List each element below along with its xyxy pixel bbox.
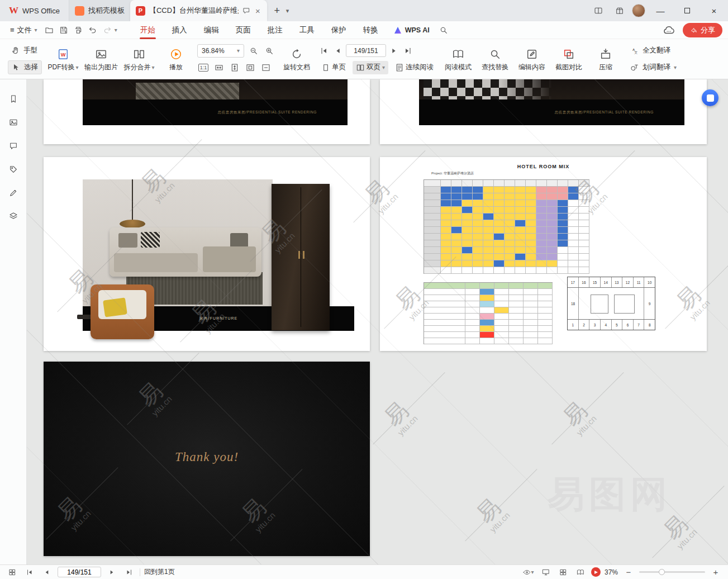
grid-cell: [538, 338, 553, 344]
first-page-button[interactable]: [23, 567, 36, 578]
tab-page[interactable]: 页面: [227, 21, 259, 39]
fit-visible-button[interactable]: [260, 61, 272, 74]
previous-page-button[interactable]: [332, 45, 344, 57]
edit-content-button[interactable]: 编辑内容: [516, 44, 548, 76]
tab-pdf-document[interactable]: P 【CCD】台州华董温岭萨维尔 ×: [130, 0, 267, 21]
next-page-button[interactable]: [105, 567, 118, 578]
grid-cell: [494, 289, 509, 295]
new-tab-button[interactable]: +: [269, 3, 285, 18]
zoom-in-button[interactable]: +: [709, 567, 722, 578]
tab-convert[interactable]: 转换: [355, 21, 387, 39]
tab-docer-template[interactable]: 找稻壳模板: [69, 0, 130, 21]
cloud-sync-icon[interactable]: [662, 23, 676, 37]
grid-cell: [515, 234, 526, 240]
bookmark-icon: [9, 94, 18, 103]
zoom-slider[interactable]: [639, 571, 705, 573]
tab-protect[interactable]: 保护: [323, 21, 355, 39]
continuous-read-button[interactable]: 连续阅读: [392, 61, 437, 74]
reading-mode-button[interactable]: 阅读模式: [442, 44, 474, 76]
undo-icon[interactable]: [85, 23, 100, 37]
page-thumbnails-button[interactable]: [6, 567, 19, 578]
grid-view-button[interactable]: [556, 567, 570, 578]
document-canvas[interactable]: 总统套房效果图/PRESIDENTIAL SUITE RENDERING 总统套…: [27, 79, 728, 564]
pdf-convert-button[interactable]: W PDF转换▾: [47, 44, 79, 76]
bookmarks-panel-button[interactable]: [5, 92, 22, 106]
grid-cell: [494, 267, 505, 274]
grid-cell: [536, 227, 547, 234]
close-window-button[interactable]: ×: [702, 0, 726, 21]
rotate-document-button[interactable]: 旋转文档: [281, 44, 312, 76]
comments-panel-button[interactable]: [5, 139, 22, 153]
assistant-icon: [707, 94, 714, 102]
zoom-slider-handle[interactable]: [659, 569, 665, 575]
minimize-button[interactable]: —: [649, 0, 672, 21]
tab-edit[interactable]: 编辑: [196, 21, 227, 39]
tab-comment[interactable]: 批注: [259, 21, 291, 39]
redo-icon[interactable]: [100, 23, 115, 37]
screenshot-compare-button[interactable]: 截图对比: [553, 44, 584, 76]
split-merge-button[interactable]: 拆分合并▾: [123, 44, 155, 76]
hand-tool-button[interactable]: 手型: [8, 44, 42, 58]
actual-size-button[interactable]: 1:1: [197, 61, 210, 74]
fit-page-button[interactable]: [244, 61, 256, 74]
layers-panel-button[interactable]: [5, 209, 22, 224]
next-page-button[interactable]: [388, 45, 400, 57]
grid-cell: [526, 240, 536, 247]
fit-height-button[interactable]: [229, 61, 241, 74]
grid-cell: [536, 247, 547, 254]
save-icon[interactable]: [56, 23, 71, 37]
tags-panel-button[interactable]: [5, 162, 22, 177]
first-page-button[interactable]: [318, 45, 330, 57]
floating-assistant-button[interactable]: [702, 89, 719, 106]
user-avatar[interactable]: [632, 4, 645, 17]
last-page-button[interactable]: [122, 567, 136, 578]
fit-width-button[interactable]: [213, 61, 225, 74]
titlebar: W WPS Office 找稻壳模板 P 【CCD】台州华董温岭萨维尔 × + …: [0, 0, 728, 21]
annotate-panel-button[interactable]: [5, 186, 22, 200]
select-tool-button[interactable]: 选择: [8, 60, 42, 74]
maximize-button[interactable]: [675, 0, 699, 21]
wps-ai-button[interactable]: WPS AI: [387, 26, 436, 35]
last-page-button[interactable]: [402, 45, 414, 57]
zoom-in-button[interactable]: [263, 45, 275, 57]
stickers-box-icon[interactable]: [611, 2, 629, 19]
page-number-input[interactable]: [346, 44, 386, 57]
page-number-input[interactable]: [58, 567, 101, 577]
tab-home[interactable]: 开始: [132, 21, 164, 39]
tab-tools[interactable]: 工具: [291, 21, 323, 39]
zoom-out-button[interactable]: [248, 45, 260, 57]
output-as-image-button[interactable]: 输出为图片: [84, 44, 118, 76]
read-mode-button[interactable]: [574, 567, 587, 578]
zoom-out-button[interactable]: −: [622, 567, 635, 578]
share-button[interactable]: 分享: [683, 23, 722, 37]
floorplan-top-row: 1716151413121110: [568, 277, 655, 288]
split-window-icon[interactable]: [589, 2, 607, 19]
compress-button[interactable]: 压缩: [590, 44, 621, 76]
play-slideshow-button[interactable]: 播放: [160, 44, 192, 76]
close-tab-icon[interactable]: ×: [254, 6, 261, 16]
more-actions-chevron-icon[interactable]: ▾: [115, 27, 117, 33]
word-translate-button[interactable]: 划词翻译 ▾: [627, 60, 680, 74]
zoom-select[interactable]: 36.84% ▾: [197, 44, 244, 58]
tab-insert[interactable]: 插入: [164, 21, 196, 39]
single-page-button[interactable]: 单页: [318, 61, 349, 74]
view-visibility-button[interactable]: ▾: [522, 567, 535, 578]
grid-cell: [462, 207, 473, 213]
search-icon[interactable]: [436, 23, 451, 37]
open-file-icon[interactable]: [42, 23, 56, 37]
play-slideshow-button[interactable]: [591, 567, 601, 577]
full-text-translate-button[interactable]: A文 全文翻译: [627, 44, 680, 58]
find-replace-button[interactable]: 查找替换: [479, 44, 511, 76]
images-panel-button[interactable]: [5, 115, 22, 130]
translate-icon: A文: [630, 46, 639, 55]
screen-view-button[interactable]: [539, 567, 553, 578]
tab-list-chevron-icon[interactable]: ▾: [286, 7, 289, 15]
back-to-first-page-button[interactable]: 回到第1页: [144, 567, 175, 577]
previous-page-button[interactable]: [40, 567, 54, 578]
tab-wps-office[interactable]: W WPS Office: [3, 0, 69, 21]
grid-cell: [579, 207, 589, 213]
grid-cell: [538, 326, 553, 332]
file-menu-button[interactable]: ≡ 文件 ▾: [6, 25, 42, 35]
print-icon[interactable]: [71, 23, 85, 37]
double-page-button[interactable]: 双页 ▾: [353, 61, 388, 74]
